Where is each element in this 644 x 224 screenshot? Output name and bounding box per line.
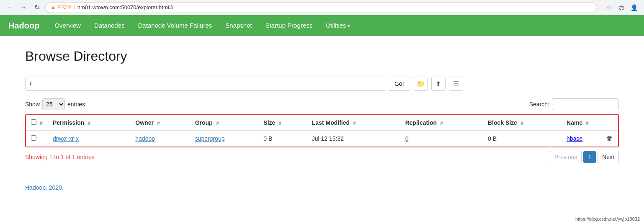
pagination: Previous 1 Next	[550, 151, 619, 163]
row-size: 0 B	[258, 131, 307, 147]
permission-link[interactable]: drwxr-xr-x	[53, 135, 79, 142]
nav-item-snapshot[interactable]: Snapshot	[219, 15, 258, 36]
go-button[interactable]: Go!	[389, 77, 410, 91]
security-warning: ▲ 不安全 |	[51, 4, 75, 11]
bookmark-star[interactable]: ☆	[604, 3, 614, 13]
sort-icon-size: ⇵	[278, 121, 281, 126]
select-all-checkbox[interactable]	[31, 119, 36, 125]
row-block-size: 0 B	[483, 131, 562, 147]
footer-row: Showing 1 to 1 of 1 entries Previous 1 N…	[25, 151, 619, 163]
sort-icon-group: ⇵	[216, 121, 219, 126]
sort-icon-permission: ⇵	[87, 121, 90, 126]
show-left: Show 10 25 50 100 entries	[25, 98, 85, 110]
extensions-icon[interactable]: ⚖	[616, 3, 626, 13]
site-footer: Hadoop, 2020.	[0, 176, 644, 195]
sort-icon-checkbox: ⇵	[39, 121, 43, 126]
folder-icon: 📁	[417, 80, 425, 88]
browser-chrome: ← → ↻ ▲ 不安全 | hm01.wtown.com:50070/explo…	[0, 0, 644, 15]
site-footer-link[interactable]: Hadoop, 2020.	[25, 184, 64, 191]
row-checkbox-cell	[26, 131, 48, 147]
showing-text: Showing 1 to 1 of 1 entries	[25, 154, 95, 160]
col-last-modified[interactable]: Last Modified ⇵	[307, 115, 400, 131]
nav-link-utilities[interactable]: Utilities	[319, 15, 356, 36]
nav-item-datanodes[interactable]: Datanodes	[88, 15, 131, 36]
row-owner: hadoop	[130, 131, 190, 147]
url-display: hm01.wtown.com:50070/explorer.html#/	[77, 4, 174, 10]
row-name-cell: hbase 🗑	[562, 131, 618, 147]
previous-button[interactable]: Previous	[550, 151, 582, 163]
row-permission: drwxr-xr-x	[48, 131, 130, 147]
show-search-row: Show 10 25 50 100 entries Search:	[25, 98, 619, 110]
nav-link-datanode-volume-failures[interactable]: Datanode Volume Failures	[131, 15, 219, 36]
nav-link-snapshot[interactable]: Snapshot	[219, 15, 258, 36]
list-button[interactable]: ☰	[449, 77, 463, 91]
directory-table: ⇵ Permission ⇵ Owner ⇵ Group ⇵ Size ⇵ La…	[26, 115, 618, 147]
back-button[interactable]: ←	[5, 3, 15, 13]
nav-link-overview[interactable]: Overview	[48, 15, 88, 36]
navbar-brand: Hadoop	[8, 21, 39, 31]
forward-button[interactable]: →	[18, 3, 28, 13]
entries-label: entries	[67, 101, 85, 108]
sort-icon-last-modified: ⇵	[353, 121, 356, 126]
page-1-button[interactable]: 1	[583, 151, 596, 163]
sort-icon-block-size: ⇵	[520, 121, 523, 126]
nav-item-startup-progress[interactable]: Startup Progress	[259, 15, 319, 36]
col-permission[interactable]: Permission ⇵	[48, 115, 130, 131]
address-bar: ▲ 不安全 | hm01.wtown.com:50070/explorer.ht…	[45, 2, 597, 13]
sort-icon-replication: ⇵	[440, 121, 443, 126]
group-link[interactable]: supergroup	[195, 135, 225, 142]
row-replication: 0	[400, 131, 483, 147]
nav-link-datanodes[interactable]: Datanodes	[88, 15, 131, 36]
col-replication[interactable]: Replication ⇵	[400, 115, 483, 131]
entries-select[interactable]: 10 25 50 100	[42, 98, 65, 110]
sort-icon-owner: ⇵	[157, 121, 160, 126]
search-row: Search:	[529, 98, 619, 110]
directory-table-container: ⇵ Permission ⇵ Owner ⇵ Group ⇵ Size ⇵ La…	[25, 114, 619, 147]
row-last-modified: Jul 12 15:32	[307, 131, 400, 147]
sort-icon-name: ⇵	[585, 121, 589, 126]
path-input[interactable]	[25, 77, 385, 91]
col-block-size[interactable]: Block Size ⇵	[483, 115, 562, 131]
folder-button[interactable]: 📁	[414, 77, 428, 91]
main-content: Browse Directory Go! 📁 ⬆ ☰ Show 10 25 50…	[0, 36, 644, 176]
search-label: Search:	[529, 101, 549, 108]
browser-actions: ☆ ⚖ 👤	[604, 3, 639, 13]
table-header-row: ⇵ Permission ⇵ Owner ⇵ Group ⇵ Size ⇵ La…	[26, 115, 618, 131]
main-navbar: Hadoop Overview Datanodes Datanode Volum…	[0, 15, 644, 36]
table-row: drwxr-xr-x hadoop supergroup 0 B Jul 12 …	[26, 131, 618, 147]
nav-item-utilities[interactable]: Utilities	[319, 15, 356, 36]
reload-button[interactable]: ↻	[32, 3, 42, 13]
upload-icon: ⬆	[435, 80, 441, 88]
col-owner[interactable]: Owner ⇵	[130, 115, 190, 131]
nav-link-startup-progress[interactable]: Startup Progress	[259, 15, 319, 36]
col-name[interactable]: Name ⇵	[562, 115, 618, 131]
row-checkbox[interactable]	[31, 135, 36, 141]
replication-link[interactable]: 0	[405, 135, 409, 142]
row-group: supergroup	[190, 131, 259, 147]
path-row: Go! 📁 ⬆ ☰	[25, 77, 619, 91]
delete-icon[interactable]: 🗑	[606, 135, 613, 142]
nav-item-datanode-volume-failures[interactable]: Datanode Volume Failures	[131, 15, 219, 36]
col-group[interactable]: Group ⇵	[190, 115, 259, 131]
navbar-nav: Overview Datanodes Datanode Volume Failu…	[48, 15, 356, 36]
upload-button[interactable]: ⬆	[431, 77, 446, 91]
nav-item-overview[interactable]: Overview	[48, 15, 88, 36]
page-title: Browse Directory	[25, 49, 619, 64]
next-button[interactable]: Next	[598, 151, 619, 163]
owner-link[interactable]: hadoop	[135, 135, 155, 142]
select-all-cell: ⇵	[26, 115, 48, 131]
search-input[interactable]	[552, 98, 619, 110]
col-size[interactable]: Size ⇵	[258, 115, 307, 131]
show-label: Show	[25, 101, 40, 108]
profile-icon[interactable]: 👤	[629, 3, 639, 13]
list-icon: ☰	[453, 80, 459, 88]
name-link[interactable]: hbase	[567, 135, 582, 142]
